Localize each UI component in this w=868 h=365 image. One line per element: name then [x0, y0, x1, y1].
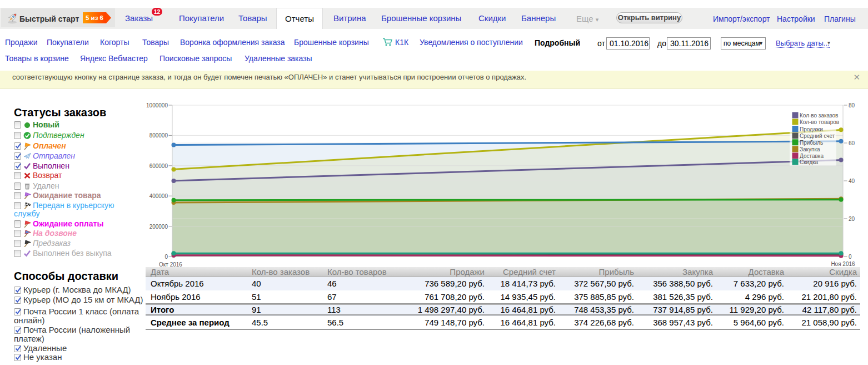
svg-text:200000: 200000	[149, 224, 168, 230]
svg-text:Продажи: Продажи	[800, 126, 823, 132]
svg-text:Кол-во товаров: Кол-во товаров	[800, 119, 839, 125]
svg-text:800000: 800000	[149, 132, 168, 139]
svg-text:80: 80	[849, 102, 855, 108]
svg-text:60: 60	[849, 140, 855, 146]
svg-text:0: 0	[849, 254, 852, 260]
svg-text:0: 0	[164, 254, 168, 260]
svg-text:40: 40	[849, 178, 855, 184]
svg-text:Кол-во заказов: Кол-во заказов	[800, 112, 838, 119]
svg-text:Закупка: Закупка	[800, 146, 820, 152]
svg-text:400000: 400000	[149, 193, 168, 199]
svg-text:600000: 600000	[149, 163, 168, 169]
svg-text:Прибыль: Прибыль	[800, 140, 823, 146]
svg-text:Скидка: Скидка	[800, 159, 819, 165]
svg-text:1000000: 1000000	[146, 102, 168, 108]
svg-text:Окт 2016: Окт 2016	[159, 262, 182, 267]
svg-text:Доставка: Доставка	[800, 153, 824, 159]
svg-text:Средний счет: Средний счет	[800, 133, 835, 139]
svg-text:Ноя 2016: Ноя 2016	[831, 261, 855, 267]
svg-text:20: 20	[849, 216, 855, 222]
